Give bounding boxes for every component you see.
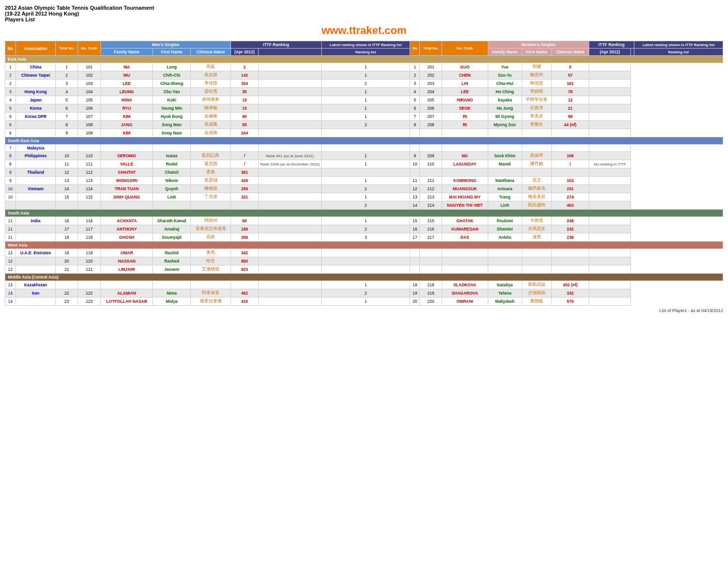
table-cell: 111 <box>78 160 100 168</box>
table-cell: 463 <box>551 201 589 210</box>
table-cell <box>442 145 488 152</box>
table-cell: 1 <box>321 152 410 160</box>
table-cell: 高斯 <box>191 233 231 242</box>
header: 2012 Asian Olympic Table Tennis Qualific… <box>5 5 723 37</box>
table-cell: 金成南 <box>191 129 231 137</box>
table-cell <box>589 265 630 274</box>
table-cell: 10 <box>410 160 420 168</box>
table-cell: 23 <box>56 297 78 306</box>
table-cell: Philippines <box>16 152 56 160</box>
table-cell: Sharath Kamal <box>153 217 191 225</box>
table-cell: LEE <box>101 80 153 88</box>
table-cell <box>258 265 321 274</box>
table-cell <box>522 257 551 265</box>
table-cell: DINH QUANG <box>101 193 153 201</box>
table-cell: 7 <box>410 113 420 121</box>
table-cell: 4 <box>5 96 16 104</box>
table-cell: 206 <box>420 104 442 113</box>
website: www.ttraket.com <box>5 24 723 37</box>
table-cell: 21 <box>551 104 589 113</box>
table-cell: Amalraj <box>153 225 191 233</box>
table-cell <box>589 297 630 306</box>
table-cell: 35 <box>231 88 258 96</box>
table-cell <box>16 201 56 210</box>
table-row: 8Philippines10110SERONIOIsaias藍則記禺/Rank … <box>5 152 723 160</box>
table-cell: Linh <box>153 193 191 201</box>
table-cell: Ankita <box>488 233 522 242</box>
table-cell <box>258 217 321 225</box>
table-cell: 203 <box>420 80 442 88</box>
table-cell: 12 <box>5 249 16 257</box>
table-cell: 6 <box>410 104 420 113</box>
table-cell <box>589 193 630 201</box>
table-cell: 羅霍拉拿撒 <box>191 297 231 306</box>
table-cell: 101 <box>78 63 100 71</box>
table-cell: 2 <box>321 225 410 233</box>
table-cell: Linh <box>488 201 522 210</box>
table-cell: Rank 941 (as at June 2011) <box>258 152 321 160</box>
table-cell <box>522 129 551 137</box>
table-cell: 15 <box>56 193 78 201</box>
table-cell <box>258 281 321 289</box>
table-cell: 11 <box>5 225 16 233</box>
table-row: 913113WONGSIRINikom黃恩域429111211KOMWONGNa… <box>5 177 723 185</box>
table-cell: 452 (nf) <box>551 281 589 289</box>
table-cell: 李美京 <box>522 113 551 121</box>
table-cell <box>410 257 420 265</box>
table-cell: 1 <box>321 63 410 71</box>
table-cell <box>589 145 630 152</box>
table-cell: Quynh <box>153 185 191 193</box>
table-cell: 207 <box>420 113 442 121</box>
table-cell: 90 <box>231 113 258 121</box>
table-cell: OMRANI <box>442 297 488 306</box>
table-cell: NG <box>442 152 488 160</box>
table-cell: 109 <box>78 129 100 137</box>
table-cell: Chaisit <box>153 168 191 177</box>
table-cell <box>258 121 321 129</box>
table-cell: 122 <box>78 289 100 297</box>
table-cell: 623 <box>231 265 258 274</box>
table-cell: 181 <box>551 80 589 88</box>
table-cell: 104 <box>78 88 100 96</box>
table-cell: MA <box>101 63 153 71</box>
table-cell <box>16 193 56 201</box>
table-row: 14Iran22122ALAMIANNima阿拿米安462219219SHAGA… <box>5 289 723 297</box>
section-header: South Asia <box>5 210 723 217</box>
table-cell: 10 <box>5 193 16 201</box>
table-cell: Song Man <box>153 121 191 129</box>
table-cell <box>488 168 522 177</box>
table-cell: 3 <box>56 80 78 88</box>
table-cell <box>410 265 420 274</box>
womens-singles-header: Women's Singles <box>488 41 589 49</box>
table-cell: 44 (nf) <box>551 121 589 129</box>
table-cell: 231 <box>551 185 589 193</box>
table-cell: 121 <box>78 265 100 274</box>
table-cell: Kazakhstan <box>16 281 56 289</box>
table-row: 69109KIMSong Nam金成南244 <box>5 129 723 137</box>
mens-singles-header: Men's Singles <box>101 41 231 49</box>
table-cell: Song Nam <box>153 129 191 137</box>
table-cell: Chu Yan <box>153 88 191 96</box>
table-cell <box>488 265 522 274</box>
table-cell <box>78 281 100 289</box>
table-row: 214214NGUYEN THI VIETLinh阮氏越玲463 <box>5 201 723 210</box>
table-cell: LAGUNDAY <box>442 160 488 168</box>
table-cell: 6 <box>5 121 16 129</box>
table-cell <box>589 121 630 129</box>
table-cell <box>410 168 420 177</box>
table-cell <box>16 177 56 185</box>
table-cell <box>258 96 321 104</box>
table-cell: 張成萬 <box>191 121 231 129</box>
table-cell <box>321 257 410 265</box>
table-cell <box>589 233 630 242</box>
table-cell: 8 <box>410 121 420 129</box>
table-cell: Mi Gyong <box>488 113 522 121</box>
section-header: East Asia <box>5 56 723 63</box>
table-cell <box>589 249 630 257</box>
table-cell: 17 <box>56 225 78 233</box>
col-chinese-m: Chinese Name <box>191 49 231 56</box>
table-cell: 57 <box>551 71 589 80</box>
table-cell <box>16 80 56 88</box>
table-cell: 5 <box>56 96 78 104</box>
table-cell: LOTFOLLAH NASAB <box>101 297 153 306</box>
